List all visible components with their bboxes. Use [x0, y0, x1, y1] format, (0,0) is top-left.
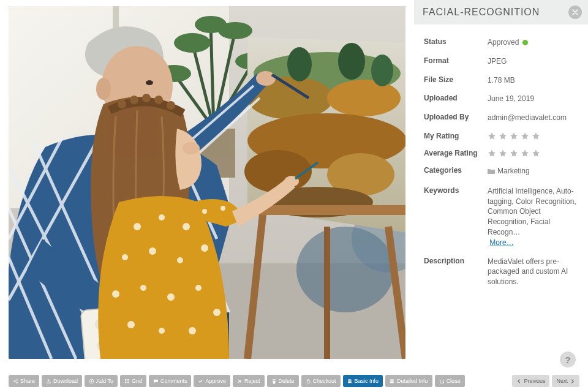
uploaded-value: June 19, 2019	[488, 94, 578, 104]
prev-label: Previous	[524, 378, 545, 384]
nav-buttons: Previous Next	[512, 375, 579, 387]
panel-body: StatusApproved FormatJPEG File Size1.78 …	[414, 24, 588, 300]
svg-point-61	[142, 94, 151, 102]
comments-label: Comments	[160, 378, 187, 384]
keywords-value: Artificial Intelligence, Auto-tagging, C…	[488, 186, 578, 248]
svg-point-68	[122, 254, 128, 260]
svg-point-48	[256, 71, 276, 86]
svg-point-20	[327, 80, 401, 116]
description-value: MediaValet offers pre-packaged and custo…	[488, 257, 578, 287]
svg-point-65	[134, 223, 141, 230]
svg-point-70	[177, 257, 183, 263]
svg-point-33	[146, 80, 153, 85]
svg-point-12	[195, 16, 227, 33]
panel-close-button[interactable]	[568, 6, 582, 19]
svg-point-75	[195, 285, 202, 291]
status-value: Approved	[488, 37, 578, 48]
svg-point-72	[112, 290, 119, 298]
detailed-label: Detailed Info	[397, 378, 428, 384]
uploadedby-value: admin@mediavalet.com	[488, 113, 578, 123]
svg-point-85	[17, 379, 18, 380]
status-dot-icon	[522, 40, 528, 45]
basic-info-button[interactable]: Basic Info	[343, 375, 383, 387]
svg-point-76	[213, 309, 221, 316]
star-icon	[499, 132, 507, 140]
svg-point-34	[96, 78, 111, 100]
svg-point-62	[154, 96, 163, 104]
approve-button[interactable]: Approve	[194, 375, 230, 387]
next-label: Next	[556, 378, 568, 384]
status-label: Status	[424, 37, 488, 46]
help-button[interactable]: ?	[560, 352, 576, 368]
svg-rect-88	[125, 379, 126, 380]
svg-rect-91	[127, 382, 129, 383]
svg-point-74	[167, 293, 175, 301]
grid-button[interactable]: Grid	[120, 375, 146, 387]
approve-label: Approve	[205, 378, 226, 384]
addto-button[interactable]: Add To	[85, 375, 118, 387]
share-label: Share	[20, 378, 35, 384]
svg-point-59	[118, 100, 126, 108]
reject-button[interactable]: Reject	[233, 375, 265, 387]
next-button[interactable]: Next	[552, 375, 579, 387]
svg-point-71	[201, 244, 208, 252]
download-button[interactable]: Download	[42, 375, 82, 387]
delete-button[interactable]: Delete	[267, 375, 299, 387]
svg-point-81	[221, 206, 225, 211]
close-button[interactable]: Close	[435, 375, 465, 387]
panel-header: FACIAL-RECOGNITION	[414, 0, 588, 24]
svg-point-25	[287, 47, 312, 81]
myrating-label: My Rating	[424, 132, 488, 140]
keywords-more-link[interactable]: More…	[489, 238, 513, 247]
svg-point-63	[167, 101, 175, 110]
star-icon	[521, 132, 529, 140]
checkout-label: Checkout	[313, 378, 336, 384]
avgrating-label: Average Rating	[424, 149, 488, 157]
star-icon	[532, 132, 540, 140]
share-button[interactable]: Share	[9, 375, 39, 387]
svg-point-86	[17, 382, 18, 383]
grid-label: Grid	[132, 378, 142, 384]
asset-preview-image[interactable]	[9, 6, 405, 359]
detailed-info-button[interactable]: Detailed Info	[385, 375, 432, 387]
keywords-label: Keywords	[424, 186, 488, 195]
star-icon	[499, 149, 507, 157]
folder-icon	[488, 167, 495, 178]
categories-value: Marketing	[488, 166, 578, 178]
svg-point-80	[202, 209, 207, 214]
filesize-label: File Size	[424, 75, 488, 84]
uploaded-label: Uploaded	[424, 94, 488, 102]
format-value: JPEG	[488, 56, 578, 67]
action-toolbar: Share Download Add To Grid Comments Appr…	[9, 375, 465, 387]
svg-point-79	[189, 327, 196, 334]
filesize-value: 1.78 MB	[488, 75, 578, 86]
delete-label: Delete	[279, 378, 295, 384]
star-icon	[510, 149, 518, 157]
comments-button[interactable]: Comments	[149, 375, 192, 387]
star-icon	[510, 132, 518, 140]
svg-point-78	[159, 328, 165, 334]
basic-label: Basic Info	[355, 378, 379, 384]
svg-point-77	[127, 321, 135, 328]
close-label: Close	[447, 378, 461, 384]
svg-point-26	[338, 43, 365, 80]
star-icon	[532, 149, 540, 157]
svg-point-27	[371, 55, 393, 86]
star-icon	[521, 149, 529, 157]
svg-point-69	[149, 247, 156, 255]
checkout-button[interactable]: Checkout	[301, 375, 341, 387]
my-rating-stars[interactable]	[488, 132, 578, 140]
preview-area: Share Download Add To Grid Comments Appr…	[0, 0, 414, 392]
star-icon	[488, 132, 496, 140]
svg-rect-90	[125, 382, 126, 383]
addto-label: Add To	[96, 378, 113, 384]
avg-rating-stars	[488, 149, 578, 157]
previous-button[interactable]: Previous	[512, 375, 549, 387]
svg-point-67	[183, 223, 190, 230]
description-label: Description	[424, 257, 488, 265]
download-label: Download	[53, 378, 78, 384]
svg-point-60	[130, 96, 138, 104]
svg-point-10	[174, 33, 211, 53]
svg-point-66	[159, 214, 165, 221]
star-icon	[488, 149, 496, 157]
